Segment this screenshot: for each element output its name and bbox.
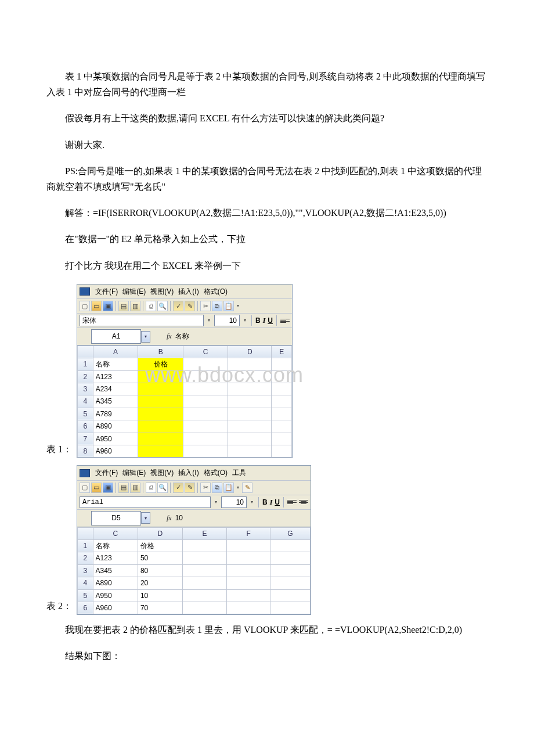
menu-edit[interactable]: 编辑(E) [122, 286, 146, 297]
spelling-icon[interactable]: ✓ [173, 483, 183, 493]
cell[interactable] [228, 370, 272, 383]
row-header[interactable]: 3 [78, 564, 93, 577]
open-icon[interactable]: ▭ [91, 483, 102, 493]
cell[interactable]: 20 [138, 577, 182, 589]
cell[interactable] [272, 408, 292, 420]
cell[interactable] [270, 539, 311, 552]
cell[interactable] [182, 577, 227, 589]
cell[interactable] [182, 539, 227, 552]
cell[interactable] [270, 564, 311, 577]
menu-file[interactable]: 文件(F) [95, 467, 118, 478]
col-header[interactable]: G [270, 527, 311, 539]
fx-icon[interactable]: fx [167, 330, 172, 342]
cell[interactable] [227, 577, 270, 589]
cell[interactable]: A345 [93, 564, 138, 577]
cut-icon[interactable]: ✂ [200, 483, 211, 493]
new-icon[interactable]: ▢ [80, 483, 90, 493]
row-header[interactable]: 1 [78, 358, 93, 370]
save-icon[interactable]: ▣ [103, 483, 113, 493]
spelling-icon[interactable]: ✓ [173, 301, 183, 311]
italic-button[interactable]: I [270, 496, 273, 508]
cell[interactable] [183, 445, 228, 457]
cell[interactable] [183, 370, 228, 383]
bold-button[interactable]: B [262, 496, 268, 508]
cell[interactable] [227, 539, 270, 552]
cell[interactable] [272, 383, 292, 395]
menu-view[interactable]: 视图(V) [150, 286, 174, 297]
align-left-icon[interactable] [280, 319, 290, 323]
row-header[interactable]: 2 [78, 370, 93, 383]
cell[interactable] [227, 589, 270, 602]
cell[interactable]: A960 [93, 602, 138, 614]
row-header[interactable]: 6 [78, 420, 93, 433]
cell[interactable]: 价格 [138, 539, 182, 552]
toolbar-more-icon[interactable]: ▾ [235, 483, 241, 493]
font-size-combo[interactable]: 10 [214, 315, 240, 326]
cell[interactable] [183, 433, 228, 445]
cell[interactable] [272, 445, 292, 457]
open-icon[interactable]: ▭ [91, 301, 102, 311]
font-name-combo[interactable]: Arial [80, 496, 211, 508]
cell[interactable] [270, 577, 311, 589]
col-header[interactable]: E [272, 345, 292, 358]
row-header[interactable]: 2 [78, 552, 93, 564]
cell[interactable] [138, 370, 183, 383]
cell[interactable] [138, 433, 183, 445]
menu-insert[interactable]: 插入(I) [178, 286, 199, 297]
cell[interactable] [182, 564, 227, 577]
cell[interactable]: 50 [138, 552, 182, 564]
font-size-combo[interactable]: 10 [221, 496, 247, 508]
formula-bar[interactable]: 名称 [175, 330, 292, 342]
preview-icon[interactable]: 🔍 [157, 483, 168, 493]
menu-insert[interactable]: 插入(I) [178, 467, 199, 478]
mail-icon[interactable]: ▥ [130, 483, 140, 493]
cell[interactable] [138, 408, 183, 420]
col-header[interactable]: D [228, 345, 272, 358]
row-header[interactable]: 7 [78, 433, 93, 445]
cell[interactable] [228, 395, 272, 408]
cell[interactable] [183, 358, 228, 370]
save-icon[interactable]: ▣ [103, 301, 113, 311]
cell[interactable] [270, 602, 311, 614]
research-icon[interactable]: ✎ [185, 301, 195, 311]
name-box-dropdown-icon[interactable]: ▾ [141, 331, 150, 343]
chevron-down-icon[interactable]: ▾ [206, 315, 212, 326]
col-header[interactable]: D [138, 527, 182, 539]
cell[interactable] [272, 370, 292, 383]
cell[interactable]: A890 [93, 577, 138, 589]
spreadsheet-grid-1[interactable]: A B C D E 1 名称 价格 2 A123 [77, 345, 292, 458]
cell[interactable] [183, 408, 228, 420]
cell[interactable]: A960 [93, 445, 138, 457]
cell[interactable]: A345 [93, 395, 138, 408]
cell[interactable] [228, 420, 272, 433]
mail-icon[interactable]: ▥ [130, 301, 140, 311]
cell[interactable]: A789 [93, 408, 138, 420]
col-header[interactable]: E [182, 527, 227, 539]
fx-icon[interactable]: fx [167, 512, 172, 524]
format-painter-icon[interactable]: ✎ [242, 483, 252, 493]
select-all-corner[interactable] [78, 345, 93, 358]
cell[interactable] [270, 552, 311, 564]
cell[interactable] [183, 420, 228, 433]
cell[interactable]: A950 [93, 433, 138, 445]
research-icon[interactable]: ✎ [185, 483, 195, 493]
cell[interactable] [228, 433, 272, 445]
cell[interactable] [272, 420, 292, 433]
underline-button[interactable]: U [275, 496, 280, 508]
menu-tools[interactable]: 工具 [232, 467, 247, 478]
cell[interactable]: A950 [93, 589, 138, 602]
cell[interactable] [228, 383, 272, 395]
col-header[interactable]: B [138, 345, 183, 358]
spreadsheet-grid-2[interactable]: C D E F G 1 名称 价格 2 A123 50 [77, 527, 311, 615]
preview-icon[interactable]: 🔍 [157, 301, 168, 311]
row-header[interactable]: 3 [78, 383, 93, 395]
formula-bar[interactable]: 10 [175, 512, 311, 524]
font-name-combo[interactable]: 宋体 [80, 315, 204, 326]
name-box[interactable]: A1 [91, 329, 141, 343]
col-header[interactable]: C [183, 345, 228, 358]
menu-format[interactable]: 格式(O) [203, 286, 228, 297]
row-header[interactable]: 6 [78, 602, 93, 614]
menu-view[interactable]: 视图(V) [150, 467, 174, 478]
cell[interactable] [227, 564, 270, 577]
row-header[interactable]: 1 [78, 539, 93, 552]
